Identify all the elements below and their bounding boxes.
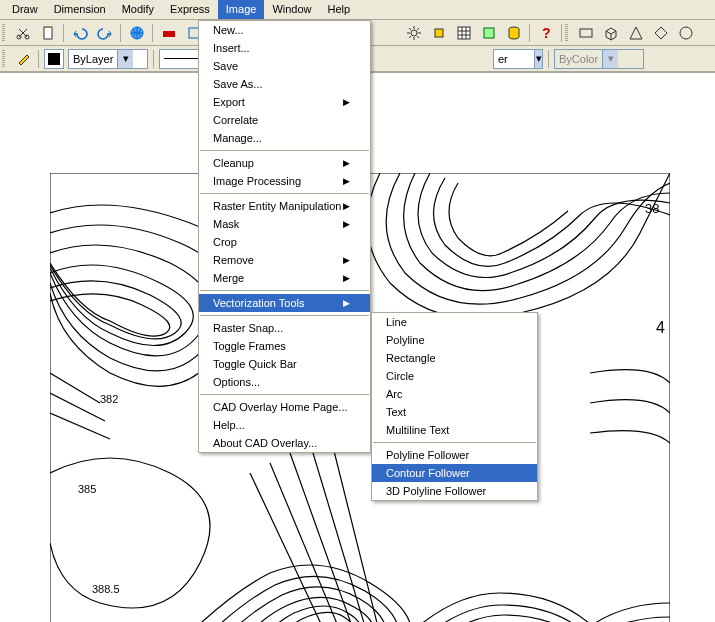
- chevron-right-icon: ▶: [343, 273, 350, 283]
- scissors-icon[interactable]: [11, 22, 34, 44]
- menu-item-raster-snap[interactable]: Raster Snap...: [199, 319, 370, 337]
- menu-separator: [200, 315, 369, 316]
- svg-rect-9: [458, 27, 470, 39]
- toolbar-separator: [38, 50, 39, 68]
- menu-item-raster-entity[interactable]: Raster Entity Manipulation▶: [199, 197, 370, 215]
- toolbar-grip[interactable]: [2, 20, 8, 45]
- toolbar-separator: [152, 24, 153, 42]
- gear-icon[interactable]: [402, 22, 425, 44]
- chevron-right-icon: ▶: [343, 298, 350, 308]
- svg-rect-10: [484, 28, 494, 38]
- svg-rect-5: [163, 31, 175, 37]
- chevron-down-icon: ▾: [117, 50, 133, 68]
- menu-help[interactable]: Help: [320, 0, 359, 19]
- table-icon[interactable]: [452, 22, 475, 44]
- menu-item-new[interactable]: New...: [199, 21, 370, 39]
- box-icon[interactable]: [599, 22, 622, 44]
- toolbar-grip[interactable]: [565, 20, 571, 45]
- contour-label: 388.5: [92, 583, 120, 595]
- color-combo-value: ByColor: [555, 53, 602, 65]
- menu-window[interactable]: Window: [264, 0, 319, 19]
- menu-item-mask[interactable]: Mask▶: [199, 215, 370, 233]
- chevron-right-icon: ▶: [343, 158, 350, 168]
- circle-icon[interactable]: [674, 22, 697, 44]
- menu-item-options[interactable]: Options...: [199, 373, 370, 391]
- svg-point-14: [680, 27, 692, 39]
- svg-rect-2: [44, 27, 52, 39]
- submenu-item-polyline-follower[interactable]: Polyline Follower: [372, 446, 537, 464]
- submenu-item-text[interactable]: Text: [372, 403, 537, 421]
- svg-rect-3: [46, 26, 50, 28]
- menu-separator: [200, 193, 369, 194]
- menu-express[interactable]: Express: [162, 0, 218, 19]
- help-icon[interactable]: ?: [534, 22, 557, 44]
- toolbar-separator: [63, 24, 64, 42]
- svg-rect-13: [580, 29, 592, 37]
- chevron-right-icon: ▶: [343, 255, 350, 265]
- submenu-item-line[interactable]: Line: [372, 313, 537, 331]
- menu-item-toggle-frames[interactable]: Toggle Frames: [199, 337, 370, 355]
- menu-item-cleanup[interactable]: Cleanup▶: [199, 154, 370, 172]
- contour-label: 385: [78, 483, 96, 495]
- submenu-item-circle[interactable]: Circle: [372, 367, 537, 385]
- tool-icon[interactable]: [427, 22, 450, 44]
- menu-item-merge[interactable]: Merge▶: [199, 269, 370, 287]
- undo-icon[interactable]: [68, 22, 91, 44]
- vectorization-submenu: Line Polyline Rectangle Circle Arc Text …: [371, 312, 538, 501]
- menu-item-insert[interactable]: Insert...: [199, 39, 370, 57]
- submenu-item-multiline-text[interactable]: Multiline Text: [372, 421, 537, 439]
- image-dropdown-menu: New... Insert... Save Save As... Export▶…: [198, 20, 371, 453]
- menu-item-vectorization-tools[interactable]: Vectorization Tools▶: [199, 294, 370, 312]
- menu-item-image-processing[interactable]: Image Processing▶: [199, 172, 370, 190]
- er-combo[interactable]: er ▾: [493, 49, 543, 69]
- clipboard-icon[interactable]: [36, 22, 59, 44]
- icon-a[interactable]: [157, 22, 180, 44]
- shape-icon[interactable]: [574, 22, 597, 44]
- tool2-icon[interactable]: [477, 22, 500, 44]
- contour-label: 38: [645, 201, 659, 216]
- menu-item-remove[interactable]: Remove▶: [199, 251, 370, 269]
- chevron-down-icon: ▾: [534, 50, 542, 68]
- svg-text:?: ?: [542, 25, 551, 41]
- submenu-item-3d-polyline-follower[interactable]: 3D Polyline Follower: [372, 482, 537, 500]
- contour-label: 382: [100, 393, 118, 405]
- tri-icon[interactable]: [624, 22, 647, 44]
- menu-item-crop[interactable]: Crop: [199, 233, 370, 251]
- menu-dimension[interactable]: Dimension: [46, 0, 114, 19]
- submenu-item-polyline[interactable]: Polyline: [372, 331, 537, 349]
- submenu-item-contour-follower[interactable]: Contour Follower: [372, 464, 537, 482]
- svg-point-7: [411, 30, 417, 36]
- toolbar-separator: [561, 24, 562, 42]
- paint-icon[interactable]: [11, 48, 34, 70]
- menu-item-save-as[interactable]: Save As...: [199, 75, 370, 93]
- submenu-item-arc[interactable]: Arc: [372, 385, 537, 403]
- menu-item-export[interactable]: Export▶: [199, 93, 370, 111]
- submenu-item-rectangle[interactable]: Rectangle: [372, 349, 537, 367]
- menu-separator: [373, 442, 536, 443]
- menu-image[interactable]: Image: [218, 0, 265, 19]
- layer-combo-value: ByLayer: [69, 53, 117, 65]
- menu-item-homepage[interactable]: CAD Overlay Home Page...: [199, 398, 370, 416]
- menu-modify[interactable]: Modify: [114, 0, 162, 19]
- menu-item-help[interactable]: Help...: [199, 416, 370, 434]
- menu-item-about[interactable]: About CAD Overlay...: [199, 434, 370, 452]
- toolbar-separator: [120, 24, 121, 42]
- chevron-right-icon: ▶: [343, 97, 350, 107]
- toolbar-separator: [548, 50, 549, 68]
- globe-icon[interactable]: [125, 22, 148, 44]
- layer-combo[interactable]: ByLayer ▾: [68, 49, 148, 69]
- toolbar-separator: [153, 50, 154, 68]
- menu-draw[interactable]: Draw: [4, 0, 46, 19]
- diamond-icon[interactable]: [649, 22, 672, 44]
- er-combo-value: er: [494, 53, 534, 65]
- redo-icon[interactable]: [93, 22, 116, 44]
- menu-item-toggle-quick-bar[interactable]: Toggle Quick Bar: [199, 355, 370, 373]
- menu-item-save[interactable]: Save: [199, 57, 370, 75]
- chevron-right-icon: ▶: [343, 176, 350, 186]
- toolbar-grip[interactable]: [2, 46, 8, 71]
- color-combo[interactable]: ByColor ▾: [554, 49, 644, 69]
- menu-item-manage[interactable]: Manage...: [199, 129, 370, 147]
- db-icon[interactable]: [502, 22, 525, 44]
- layer-color-swatch[interactable]: [44, 49, 64, 69]
- menu-item-correlate[interactable]: Correlate: [199, 111, 370, 129]
